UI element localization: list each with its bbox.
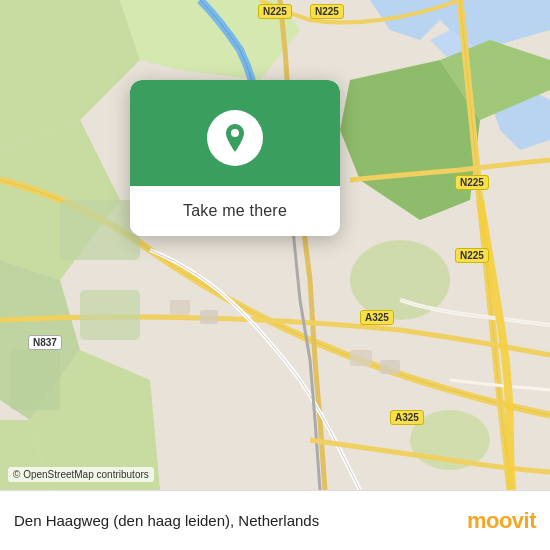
- moovit-logo: moovit: [467, 508, 536, 534]
- road-label-text: N225: [315, 6, 339, 17]
- road-label-text: A325: [365, 312, 389, 323]
- svg-point-19: [231, 129, 239, 137]
- road-label-text: N225: [460, 177, 484, 188]
- bottom-bar: Den Haagweg (den haag leiden), Netherlan…: [0, 490, 550, 550]
- road-label-text: A325: [395, 412, 419, 423]
- svg-rect-13: [10, 350, 60, 410]
- svg-rect-12: [80, 290, 140, 340]
- popup-green-area: [130, 80, 340, 186]
- road-label-n225-right2: N225: [455, 248, 489, 263]
- road-label-a325-bottom: A325: [390, 410, 424, 425]
- popup-card: Take me there: [130, 80, 340, 236]
- svg-rect-15: [200, 310, 218, 324]
- svg-rect-14: [170, 300, 190, 315]
- location-name: Den Haagweg (den haag leiden), Netherlan…: [14, 512, 467, 529]
- road-label-n837: N837: [28, 335, 62, 350]
- road-label-text: N225: [460, 250, 484, 261]
- road-label-text: N837: [33, 337, 57, 348]
- road-label-text: N225: [263, 6, 287, 17]
- road-label-n225-right: N225: [455, 175, 489, 190]
- road-label-n225-top-left: N225: [258, 4, 292, 19]
- osm-attribution: © OpenStreetMap contributors: [8, 467, 154, 482]
- moovit-logo-text: moovit: [467, 508, 536, 534]
- svg-rect-11: [60, 200, 140, 260]
- osm-text: © OpenStreetMap contributors: [13, 469, 149, 480]
- svg-rect-16: [350, 350, 372, 366]
- road-label-a325-mid: A325: [360, 310, 394, 325]
- svg-rect-17: [380, 360, 400, 374]
- map-container: © OpenStreetMap contributors N225 N225 N…: [0, 0, 550, 490]
- take-me-there-button[interactable]: Take me there: [130, 186, 340, 236]
- road-label-n225-top-center: N225: [310, 4, 344, 19]
- location-pin-icon: [207, 110, 263, 166]
